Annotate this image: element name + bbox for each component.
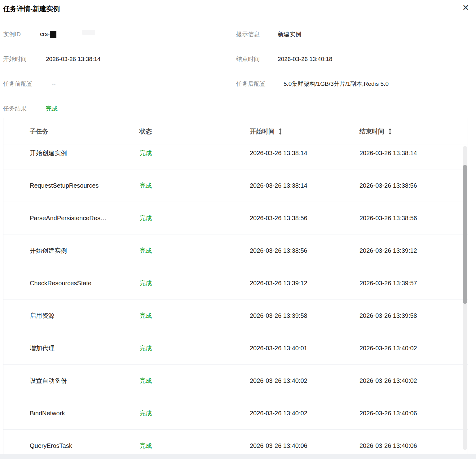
field-end-time: 结束时间 2026-03-26 13:40:18 <box>236 55 332 63</box>
subtask-name: 开始创建实例 <box>30 234 67 267</box>
subtask-status: 完成 <box>139 234 152 267</box>
subtask-end-time: 2026-03-26 13:38:56 <box>359 169 417 202</box>
table-body-viewport: 开始创建实例 完成 2026-03-26 13:38:14 2026-03-26… <box>3 145 468 454</box>
table-row: 启用资源 完成 2026-03-26 13:39:58 2026-03-26 1… <box>3 299 468 332</box>
table-header: 子任务 状态 开始时间 结束时间 <box>3 118 468 145</box>
task-result-label: 任务结果 <box>3 105 27 113</box>
subtask-start-time: 2026-03-26 13:40:02 <box>250 365 307 397</box>
sort-icon[interactable] <box>278 128 282 135</box>
subtask-name: 开始创建实例 <box>30 145 67 169</box>
subtask-start-time: 2026-03-26 13:40:06 <box>250 430 307 454</box>
modal-title: 任务详情-新建实例 <box>3 4 60 14</box>
table-row: 增加代理 完成 2026-03-26 13:40:01 2026-03-26 1… <box>3 332 468 365</box>
hint-label: 提示信息 <box>236 30 260 38</box>
subtask-status: 完成 <box>139 365 152 397</box>
close-icon[interactable]: ✕ <box>462 4 469 12</box>
subtask-status: 完成 <box>139 267 152 299</box>
subtask-status: 完成 <box>139 299 152 332</box>
column-header-end-time[interactable]: 结束时间 <box>359 118 392 145</box>
subtask-name: 启用资源 <box>30 299 55 332</box>
table-row: 开始创建实例 完成 2026-03-26 13:38:56 2026-03-26… <box>3 234 468 267</box>
pre-config-value: -- <box>52 81 56 87</box>
table-row: CheckResourcesState 完成 2026-03-26 13:39:… <box>3 267 468 299</box>
table-row: BindNetwork 完成 2026-03-26 13:40:02 2026-… <box>3 397 468 430</box>
hint-value: 新建实例 <box>278 30 301 38</box>
column-header-start-time[interactable]: 开始时间 <box>250 118 282 145</box>
subtask-start-time: 2026-03-26 13:38:14 <box>250 169 307 202</box>
modal-bottom-edge <box>0 454 476 459</box>
subtask-start-time: 2026-03-26 13:38:56 <box>250 234 307 267</box>
subtask-start-time: 2026-03-26 13:40:01 <box>250 332 307 364</box>
subtask-name: 设置自动备份 <box>30 365 67 397</box>
subtask-end-time: 2026-03-26 13:39:58 <box>359 299 417 332</box>
table-row: 开始创建实例 完成 2026-03-26 13:38:14 2026-03-26… <box>3 145 468 169</box>
subtask-end-time: 2026-03-26 13:39:57 <box>359 267 417 299</box>
subtask-start-time: 2026-03-26 13:38:56 <box>250 202 307 234</box>
column-header-subtask: 子任务 <box>30 118 48 145</box>
table-row: 设置自动备份 完成 2026-03-26 13:40:02 2026-03-26… <box>3 365 468 397</box>
sort-icon[interactable] <box>388 128 392 135</box>
instance-id-label: 实例ID <box>3 30 21 38</box>
subtask-end-time: 2026-03-26 13:39:12 <box>359 234 417 267</box>
field-instance-id: 实例ID crs- <box>3 30 56 39</box>
start-time-value: 2026-03-26 13:38:14 <box>46 56 100 63</box>
subtask-end-time: 2026-03-26 13:40:02 <box>359 365 417 397</box>
subtask-status: 完成 <box>139 169 152 202</box>
subtask-start-time: 2026-03-26 13:39:12 <box>250 267 307 299</box>
post-config-value: 5.0集群架构/1GB/3分片/1副本,Redis 5.0 <box>284 80 389 88</box>
subtask-start-time: 2026-03-26 13:38:14 <box>250 145 307 169</box>
field-post-config: 任务后配置 5.0集群架构/1GB/3分片/1副本,Redis 5.0 <box>236 80 389 88</box>
pre-config-label: 任务前配置 <box>3 80 33 88</box>
table-row: QueryErosTask 完成 2026-03-26 13:40:06 202… <box>3 430 468 454</box>
start-time-label: 开始时间 <box>3 55 27 63</box>
redacted-area <box>82 30 95 35</box>
end-time-value: 2026-03-26 13:40:18 <box>278 56 332 63</box>
subtask-status: 完成 <box>139 332 152 364</box>
instance-id-value: crs- <box>40 31 56 38</box>
subtask-status: 完成 <box>139 430 152 454</box>
subtask-name: QueryErosTask <box>30 430 72 454</box>
scrollbar-thumb[interactable] <box>463 165 467 304</box>
subtask-end-time: 2026-03-26 13:40:06 <box>359 397 417 429</box>
subtask-end-time: 2026-03-26 13:40:02 <box>359 332 417 364</box>
field-start-time: 开始时间 2026-03-26 13:38:14 <box>3 55 100 63</box>
field-hint: 提示信息 新建实例 <box>236 30 301 39</box>
table-row: ParseAndPersistenceRes… 完成 2026-03-26 13… <box>3 202 468 234</box>
table-rows: 开始创建实例 完成 2026-03-26 13:38:14 2026-03-26… <box>3 145 468 454</box>
subtask-start-time: 2026-03-26 13:40:02 <box>250 397 307 429</box>
end-time-label: 结束时间 <box>236 55 260 63</box>
task-result-value: 完成 <box>46 105 58 113</box>
subtask-name: 增加代理 <box>30 332 55 364</box>
subtask-name: CheckResourcesState <box>30 267 91 299</box>
subtask-status: 完成 <box>139 145 152 169</box>
subtask-name: RequestSetupResources <box>30 169 99 202</box>
subtask-table: 子任务 状态 开始时间 结束时间 <box>3 118 468 454</box>
redacted-block <box>50 31 56 38</box>
subtask-name: ParseAndPersistenceRes… <box>30 202 107 234</box>
column-header-status: 状态 <box>139 118 152 145</box>
table-row: RequestSetupResources 完成 2026-03-26 13:3… <box>3 169 468 202</box>
subtask-name: BindNetwork <box>30 397 65 429</box>
post-config-label: 任务后配置 <box>236 80 266 88</box>
subtask-end-time: 2026-03-26 13:40:06 <box>359 430 417 454</box>
field-task-result: 任务结果 完成 <box>3 104 58 113</box>
subtask-status: 完成 <box>139 397 152 429</box>
subtask-status: 完成 <box>139 202 152 234</box>
subtask-end-time: 2026-03-26 13:38:56 <box>359 202 417 234</box>
subtask-end-time: 2026-03-26 13:38:14 <box>359 145 417 169</box>
subtask-start-time: 2026-03-26 13:39:58 <box>250 299 307 332</box>
field-pre-config: 任务前配置 -- <box>3 80 56 88</box>
